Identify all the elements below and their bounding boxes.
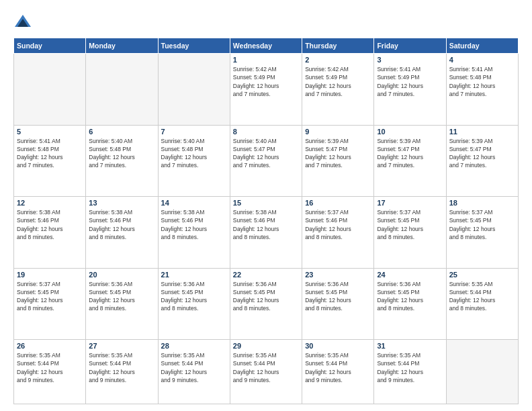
day-number: 12	[17, 199, 83, 207]
day-info: Sunrise: 5:35 AM Sunset: 5:44 PM Dayligh…	[17, 351, 83, 384]
logo	[13, 13, 35, 32]
day-info: Sunrise: 5:35 AM Sunset: 5:44 PM Dayligh…	[377, 351, 443, 384]
day-number: 6	[89, 128, 154, 136]
day-info: Sunrise: 5:40 AM Sunset: 5:47 PM Dayligh…	[233, 137, 299, 170]
calendar-day-16: 16Sunrise: 5:37 AM Sunset: 5:46 PM Dayli…	[302, 197, 374, 269]
day-info: Sunrise: 5:37 AM Sunset: 5:45 PM Dayligh…	[449, 208, 515, 241]
calendar-day-29: 29Sunrise: 5:35 AM Sunset: 5:44 PM Dayli…	[230, 340, 302, 404]
day-number: 20	[89, 271, 154, 279]
weekday-header-friday: Friday	[374, 38, 446, 54]
calendar-table: SundayMondayTuesdayWednesdayThursdayFrid…	[13, 38, 519, 404]
day-number: 17	[377, 199, 443, 207]
day-info: Sunrise: 5:41 AM Sunset: 5:49 PM Dayligh…	[377, 65, 443, 98]
calendar-day-15: 15Sunrise: 5:38 AM Sunset: 5:46 PM Dayli…	[230, 197, 302, 269]
calendar-day-7: 7Sunrise: 5:40 AM Sunset: 5:48 PM Daylig…	[158, 125, 230, 197]
day-info: Sunrise: 5:41 AM Sunset: 5:48 PM Dayligh…	[17, 137, 83, 170]
calendar-day-6: 6Sunrise: 5:40 AM Sunset: 5:48 PM Daylig…	[86, 125, 158, 197]
calendar-day-4: 4Sunrise: 5:41 AM Sunset: 5:48 PM Daylig…	[446, 54, 518, 126]
weekday-header-monday: Monday	[86, 38, 158, 54]
calendar-day-27: 27Sunrise: 5:35 AM Sunset: 5:44 PM Dayli…	[86, 340, 158, 404]
day-number: 27	[89, 342, 154, 350]
day-number: 13	[89, 199, 154, 207]
weekday-header-sunday: Sunday	[14, 38, 86, 54]
calendar-day-20: 20Sunrise: 5:36 AM Sunset: 5:45 PM Dayli…	[86, 268, 158, 340]
calendar-day-18: 18Sunrise: 5:37 AM Sunset: 5:45 PM Dayli…	[446, 197, 518, 269]
weekday-header-row: SundayMondayTuesdayWednesdayThursdayFrid…	[14, 38, 519, 54]
day-number: 3	[377, 56, 443, 64]
day-number: 30	[305, 342, 371, 350]
calendar-day-5: 5Sunrise: 5:41 AM Sunset: 5:48 PM Daylig…	[14, 125, 86, 197]
day-info: Sunrise: 5:38 AM Sunset: 5:46 PM Dayligh…	[233, 208, 299, 241]
day-info: Sunrise: 5:36 AM Sunset: 5:45 PM Dayligh…	[233, 280, 299, 313]
header	[13, 11, 519, 32]
day-info: Sunrise: 5:38 AM Sunset: 5:46 PM Dayligh…	[17, 208, 83, 241]
calendar-day-empty-0-2	[158, 54, 230, 126]
day-info: Sunrise: 5:39 AM Sunset: 5:47 PM Dayligh…	[449, 137, 515, 170]
calendar-day-24: 24Sunrise: 5:36 AM Sunset: 5:45 PM Dayli…	[374, 268, 446, 340]
day-number: 21	[161, 271, 227, 279]
day-info: Sunrise: 5:38 AM Sunset: 5:46 PM Dayligh…	[161, 208, 227, 241]
calendar-day-9: 9Sunrise: 5:39 AM Sunset: 5:47 PM Daylig…	[302, 125, 374, 197]
day-info: Sunrise: 5:37 AM Sunset: 5:45 PM Dayligh…	[377, 208, 443, 241]
calendar-day-14: 14Sunrise: 5:38 AM Sunset: 5:46 PM Dayli…	[158, 197, 230, 269]
day-number: 11	[449, 128, 515, 136]
day-number: 24	[377, 271, 443, 279]
day-info: Sunrise: 5:37 AM Sunset: 5:45 PM Dayligh…	[17, 280, 83, 313]
day-number: 10	[377, 128, 443, 136]
day-number: 18	[449, 199, 515, 207]
day-number: 14	[161, 199, 227, 207]
calendar-day-26: 26Sunrise: 5:35 AM Sunset: 5:44 PM Dayli…	[14, 340, 86, 404]
day-number: 23	[305, 271, 371, 279]
calendar-day-2: 2Sunrise: 5:42 AM Sunset: 5:49 PM Daylig…	[302, 54, 374, 126]
weekday-header-wednesday: Wednesday	[230, 38, 302, 54]
day-number: 9	[305, 128, 371, 136]
calendar-day-3: 3Sunrise: 5:41 AM Sunset: 5:49 PM Daylig…	[374, 54, 446, 126]
calendar-week-4: 19Sunrise: 5:37 AM Sunset: 5:45 PM Dayli…	[14, 268, 519, 340]
calendar-day-1: 1Sunrise: 5:42 AM Sunset: 5:49 PM Daylig…	[230, 54, 302, 126]
weekday-header-tuesday: Tuesday	[158, 38, 230, 54]
calendar-day-31: 31Sunrise: 5:35 AM Sunset: 5:44 PM Dayli…	[374, 340, 446, 404]
calendar-day-empty-0-1	[86, 54, 158, 126]
calendar-week-1: 1Sunrise: 5:42 AM Sunset: 5:49 PM Daylig…	[14, 54, 519, 126]
day-number: 15	[233, 199, 299, 207]
calendar-day-23: 23Sunrise: 5:36 AM Sunset: 5:45 PM Dayli…	[302, 268, 374, 340]
calendar-day-25: 25Sunrise: 5:35 AM Sunset: 5:44 PM Dayli…	[446, 268, 518, 340]
day-info: Sunrise: 5:36 AM Sunset: 5:45 PM Dayligh…	[305, 280, 371, 313]
day-number: 31	[377, 342, 443, 350]
calendar-week-3: 12Sunrise: 5:38 AM Sunset: 5:46 PM Dayli…	[14, 197, 519, 269]
weekday-header-thursday: Thursday	[302, 38, 374, 54]
day-number: 29	[233, 342, 299, 350]
day-info: Sunrise: 5:35 AM Sunset: 5:44 PM Dayligh…	[161, 351, 227, 384]
page: SundayMondayTuesdayWednesdayThursdayFrid…	[0, 0, 532, 411]
calendar-week-2: 5Sunrise: 5:41 AM Sunset: 5:48 PM Daylig…	[14, 125, 519, 197]
day-info: Sunrise: 5:40 AM Sunset: 5:48 PM Dayligh…	[89, 137, 154, 170]
day-number: 19	[17, 271, 83, 279]
day-info: Sunrise: 5:35 AM Sunset: 5:44 PM Dayligh…	[305, 351, 371, 384]
day-number: 26	[17, 342, 83, 350]
day-number: 2	[305, 56, 371, 64]
day-info: Sunrise: 5:42 AM Sunset: 5:49 PM Dayligh…	[233, 65, 299, 98]
logo-icon	[13, 13, 32, 32]
calendar-day-10: 10Sunrise: 5:39 AM Sunset: 5:47 PM Dayli…	[374, 125, 446, 197]
day-number: 1	[233, 56, 299, 64]
day-info: Sunrise: 5:36 AM Sunset: 5:45 PM Dayligh…	[89, 280, 154, 313]
day-info: Sunrise: 5:36 AM Sunset: 5:45 PM Dayligh…	[377, 280, 443, 313]
calendar-day-21: 21Sunrise: 5:36 AM Sunset: 5:45 PM Dayli…	[158, 268, 230, 340]
calendar-day-12: 12Sunrise: 5:38 AM Sunset: 5:46 PM Dayli…	[14, 197, 86, 269]
calendar-day-13: 13Sunrise: 5:38 AM Sunset: 5:46 PM Dayli…	[86, 197, 158, 269]
day-number: 7	[161, 128, 227, 136]
day-number: 4	[449, 56, 515, 64]
day-info: Sunrise: 5:39 AM Sunset: 5:47 PM Dayligh…	[305, 137, 371, 170]
day-number: 5	[17, 128, 83, 136]
day-info: Sunrise: 5:42 AM Sunset: 5:49 PM Dayligh…	[305, 65, 371, 98]
weekday-header-saturday: Saturday	[446, 38, 518, 54]
day-number: 28	[161, 342, 227, 350]
calendar-day-8: 8Sunrise: 5:40 AM Sunset: 5:47 PM Daylig…	[230, 125, 302, 197]
day-info: Sunrise: 5:35 AM Sunset: 5:44 PM Dayligh…	[89, 351, 154, 384]
day-number: 22	[233, 271, 299, 279]
day-info: Sunrise: 5:39 AM Sunset: 5:47 PM Dayligh…	[377, 137, 443, 170]
day-info: Sunrise: 5:40 AM Sunset: 5:48 PM Dayligh…	[161, 137, 227, 170]
day-info: Sunrise: 5:41 AM Sunset: 5:48 PM Dayligh…	[449, 65, 515, 98]
calendar-day-empty-0-0	[14, 54, 86, 126]
day-number: 8	[233, 128, 299, 136]
